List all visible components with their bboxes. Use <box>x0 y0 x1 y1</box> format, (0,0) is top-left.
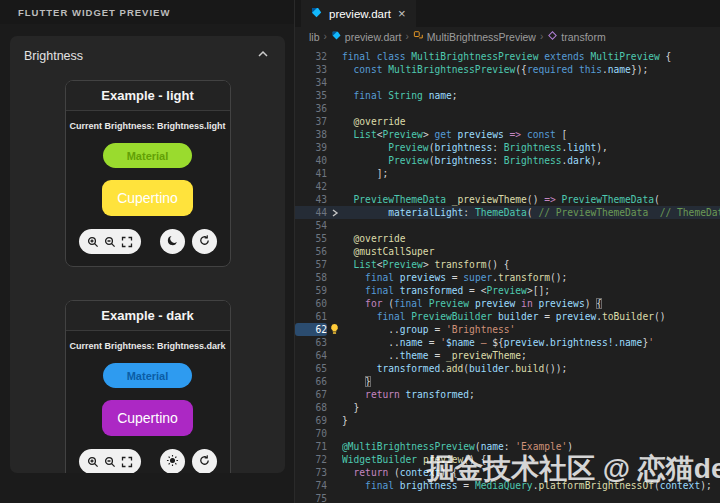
line-number: 61 <box>295 310 327 323</box>
code-line[interactable]: 38 List<Preview> get previews => const [ <box>295 128 720 141</box>
code-line[interactable]: 32final class MultiBrightnessPreview ext… <box>295 50 720 63</box>
code-line[interactable]: 41 ]; <box>295 167 720 180</box>
gutter-space <box>327 297 342 310</box>
line-number: 67 <box>295 388 327 401</box>
code-line[interactable]: 69} <box>295 414 720 427</box>
zoom-controls <box>79 229 141 254</box>
code-line[interactable]: 75 <box>295 492 720 503</box>
code-line[interactable]: 68 } <box>295 401 720 414</box>
gutter-space <box>327 271 342 284</box>
code-text: ..name = '$name – ${preview.brightness!.… <box>342 336 720 349</box>
code-line[interactable]: 67 return transformed; <box>295 388 720 401</box>
code-line[interactable]: 72WidgetBuilder preview() { <box>295 453 720 466</box>
line-number: 43 <box>295 193 327 206</box>
code-line[interactable]: 70 <box>295 427 720 440</box>
lightbulb-icon[interactable] <box>327 323 342 336</box>
fullscreen-icon[interactable] <box>121 456 133 468</box>
code-editor[interactable]: 32final class MultiBrightnessPreview ext… <box>295 46 720 503</box>
code-text: } <box>342 401 720 414</box>
code-line[interactable]: 71@MultiBrightnessPreview(name: 'Example… <box>295 440 720 453</box>
zoom-out-icon[interactable] <box>104 456 116 468</box>
code-line[interactable]: 44 materialLight: ThemeData( // PreviewT… <box>295 206 720 219</box>
code-text: @override <box>342 115 720 128</box>
gutter-space <box>327 167 342 180</box>
code-line[interactable]: 57 List<Preview> transform() { <box>295 258 720 271</box>
code-line[interactable]: 36 <box>295 102 720 115</box>
breadcrumb-item-class[interactable]: MultiBrightnessPreview <box>413 30 536 43</box>
zoom-in-icon[interactable] <box>87 456 99 468</box>
code-line[interactable]: 58 final previews = super.transform(); <box>295 271 720 284</box>
cupertino-button[interactable]: Cupertino <box>102 180 193 216</box>
material-button[interactable]: Material <box>103 363 193 388</box>
zoom-in-icon[interactable] <box>87 236 99 248</box>
close-icon[interactable]: × <box>397 7 407 20</box>
gutter-space <box>327 466 342 479</box>
code-text: return (context) { <box>342 466 720 479</box>
code-line[interactable]: 34 <box>295 76 720 89</box>
line-number: 60 <box>295 297 327 310</box>
cupertino-button[interactable]: Cupertino <box>102 400 193 436</box>
code-line[interactable]: 40 Preview(brightness: Brightness.dark), <box>295 154 720 167</box>
breadcrumb-separator: › <box>405 31 408 42</box>
gutter-space <box>327 180 342 193</box>
refresh-button[interactable] <box>192 449 217 473</box>
code-text: final PreviewBuilder builder = preview.t… <box>342 310 720 323</box>
gutter-space <box>327 310 342 323</box>
line-number: 66 <box>295 375 327 388</box>
code-line[interactable]: 39 Preview(brightness: Brightness.light)… <box>295 141 720 154</box>
code-text <box>342 76 720 89</box>
gutter-space <box>327 349 342 362</box>
code-text: for (final Preview preview in previews) … <box>342 297 720 310</box>
refresh-button[interactable] <box>192 229 217 254</box>
brightness-section-header[interactable]: Brightness <box>10 36 285 67</box>
code-editor-area: preview.dart × lib › preview.dart › Mult… <box>295 0 720 503</box>
breadcrumb-separator: › <box>540 31 543 42</box>
breadcrumb-item-file[interactable]: preview.dart <box>331 30 402 43</box>
code-line[interactable]: 73 return (context) { <box>295 466 720 479</box>
code-line[interactable]: 33 const MultiBrightnessPreview({require… <box>295 63 720 76</box>
line-number: 55 <box>295 232 327 245</box>
code-text: Preview(brightness: Brightness.light), <box>342 141 720 154</box>
light-mode-toggle-button[interactable] <box>160 449 185 473</box>
code-line[interactable]: 55 @override <box>295 232 720 245</box>
fold-chevron-icon[interactable] <box>327 206 342 219</box>
code-line[interactable]: 74 final brightness = MediaQuery.platfor… <box>295 479 720 492</box>
breadcrumb-item-lib[interactable]: lib <box>309 31 320 43</box>
code-line[interactable]: 54 <box>295 219 720 232</box>
code-line[interactable]: 43 PreviewThemeData _previewTheme() => P… <box>295 193 720 206</box>
code-line[interactable]: 35 final String name; <box>295 89 720 102</box>
code-line[interactable]: 42 <box>295 180 720 193</box>
card-body: Current Brightness: Brightness.dark Mate… <box>66 331 230 473</box>
card-title: Example - dark <box>66 301 230 331</box>
line-number: 41 <box>295 167 327 180</box>
line-number: 57 <box>295 258 327 271</box>
line-number: 44 <box>295 206 327 219</box>
line-number: 71 <box>295 440 327 453</box>
code-line[interactable]: 56 @mustCallSuper <box>295 245 720 258</box>
refresh-icon <box>198 454 211 470</box>
breadcrumb-item-method[interactable]: transform <box>547 30 605 43</box>
material-button[interactable]: Material <box>103 143 193 168</box>
code-line[interactable]: 61 final PreviewBuilder builder = previe… <box>295 310 720 323</box>
code-line[interactable]: 37 @override <box>295 115 720 128</box>
code-line[interactable]: 63 ..name = '$name – ${preview.brightnes… <box>295 336 720 349</box>
gutter-space <box>327 89 342 102</box>
code-line[interactable]: 65 transformed.add(builder.build()); <box>295 362 720 375</box>
code-line[interactable]: 60 for (final Preview preview in preview… <box>295 297 720 310</box>
code-line[interactable]: 66 } <box>295 375 720 388</box>
fullscreen-icon[interactable] <box>121 236 133 248</box>
line-number: 37 <box>295 115 327 128</box>
line-number: 73 <box>295 466 327 479</box>
line-number: 34 <box>295 76 327 89</box>
collapse-button[interactable] <box>257 48 269 63</box>
gutter-space <box>327 63 342 76</box>
code-text <box>342 102 720 115</box>
dark-mode-toggle-button[interactable] <box>160 229 185 254</box>
code-line[interactable]: 59 final transformed = <Preview>[]; <box>295 284 720 297</box>
code-text: WidgetBuilder preview() { <box>342 453 720 466</box>
zoom-out-icon[interactable] <box>104 236 116 248</box>
tab-preview-dart[interactable]: preview.dart × <box>301 0 416 27</box>
code-line[interactable]: 64 ..theme = _previewTheme; <box>295 349 720 362</box>
gutter-space <box>327 232 342 245</box>
code-line[interactable]: 62 ..group = 'Brightness' <box>295 323 720 336</box>
